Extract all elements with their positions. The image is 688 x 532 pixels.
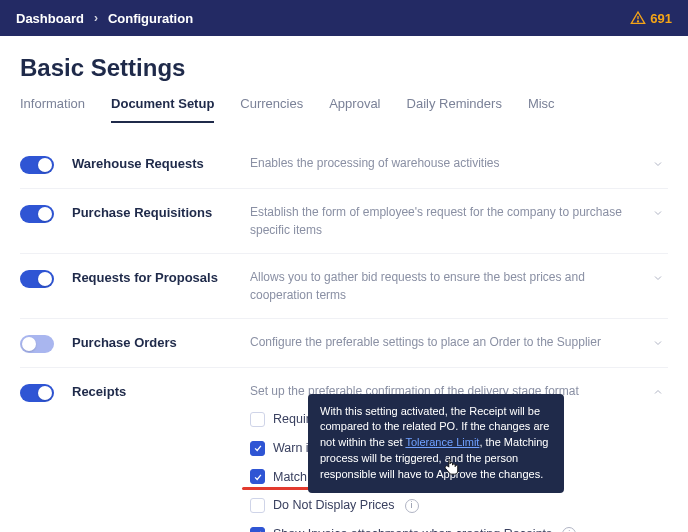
checkbox-show-invoice-attachments[interactable]: [250, 527, 265, 532]
desc-warehouse-requests: Enables the processing of warehouse acti…: [250, 154, 648, 172]
option-do-not-display-prices-label: Do Not Display Prices: [273, 496, 395, 515]
tab-currencies[interactable]: Currencies: [240, 96, 303, 123]
tab-approval[interactable]: Approval: [329, 96, 380, 123]
desc-purchase-requisitions: Establish the form of employee's request…: [250, 203, 648, 239]
label-receipts: Receipts: [72, 382, 250, 399]
row-warehouse-requests: Warehouse Requests Enables the processin…: [20, 140, 668, 188]
checkbox-match-with-po[interactable]: [250, 469, 265, 484]
page-title: Basic Settings: [0, 36, 688, 96]
tabs: Information Document Setup Currencies Ap…: [0, 96, 688, 124]
checkbox-do-not-display-prices[interactable]: [250, 498, 265, 513]
label-purchase-requisitions: Purchase Requisitions: [72, 203, 250, 220]
option-do-not-display-prices[interactable]: Do Not Display Prices i: [250, 496, 638, 515]
receipts-content: Set up the preferable confirmation of th…: [250, 382, 648, 532]
alert-count: 691: [650, 11, 672, 26]
tab-information[interactable]: Information: [20, 96, 85, 123]
chevron-right-icon: ›: [94, 11, 98, 25]
row-requests-for-proposals: Requests for Proposals Allows you to gat…: [20, 253, 668, 318]
chevron-up-icon[interactable]: [648, 382, 668, 398]
toggle-purchase-requisitions[interactable]: [20, 205, 54, 223]
tab-document-setup[interactable]: Document Setup: [111, 96, 214, 123]
tooltip-match-with-po: With this setting activated, the Receipt…: [308, 394, 564, 494]
settings-list: Warehouse Requests Enables the processin…: [0, 124, 688, 532]
breadcrumb-dashboard[interactable]: Dashboard: [16, 11, 84, 26]
topbar: Dashboard › Configuration 691: [0, 0, 688, 36]
toggle-warehouse-requests[interactable]: [20, 156, 54, 174]
row-purchase-requisitions: Purchase Requisitions Establish the form…: [20, 188, 668, 253]
toggle-purchase-orders[interactable]: [20, 335, 54, 353]
desc-requests-for-proposals: Allows you to gather bid requests to ens…: [250, 268, 648, 304]
row-receipts: Receipts Set up the preferable confirmat…: [20, 367, 668, 532]
tab-daily-reminders[interactable]: Daily Reminders: [407, 96, 502, 123]
info-icon[interactable]: i: [405, 499, 419, 513]
cursor-hand-icon: [443, 458, 461, 482]
option-show-invoice-attachments[interactable]: Show Invoice attachments when creating R…: [250, 525, 638, 532]
label-warehouse-requests: Warehouse Requests: [72, 154, 250, 171]
row-purchase-orders: Purchase Orders Configure the preferable…: [20, 318, 668, 367]
label-requests-for-proposals: Requests for Proposals: [72, 268, 250, 285]
option-show-invoice-attachments-label: Show Invoice attachments when creating R…: [273, 525, 552, 532]
warning-icon: [630, 10, 646, 26]
toggle-requests-for-proposals[interactable]: [20, 270, 54, 288]
toggle-receipts[interactable]: [20, 384, 54, 402]
desc-purchase-orders: Configure the preferable settings to pla…: [250, 333, 648, 351]
checkbox-required-receipt[interactable]: [250, 412, 265, 427]
chevron-down-icon[interactable]: [648, 203, 668, 219]
label-purchase-orders: Purchase Orders: [72, 333, 250, 350]
svg-point-1: [638, 21, 639, 22]
breadcrumb-configuration[interactable]: Configuration: [108, 11, 193, 26]
info-icon[interactable]: i: [562, 527, 576, 532]
tooltip-link-tolerance-limit[interactable]: Tolerance Limit: [405, 436, 479, 448]
chevron-down-icon[interactable]: [648, 268, 668, 284]
chevron-down-icon[interactable]: [648, 154, 668, 170]
breadcrumb: Dashboard › Configuration: [16, 11, 193, 26]
tab-misc[interactable]: Misc: [528, 96, 555, 123]
alert-indicator[interactable]: 691: [630, 10, 672, 26]
checkbox-warn-if-supplier[interactable]: [250, 441, 265, 456]
chevron-down-icon[interactable]: [648, 333, 668, 349]
